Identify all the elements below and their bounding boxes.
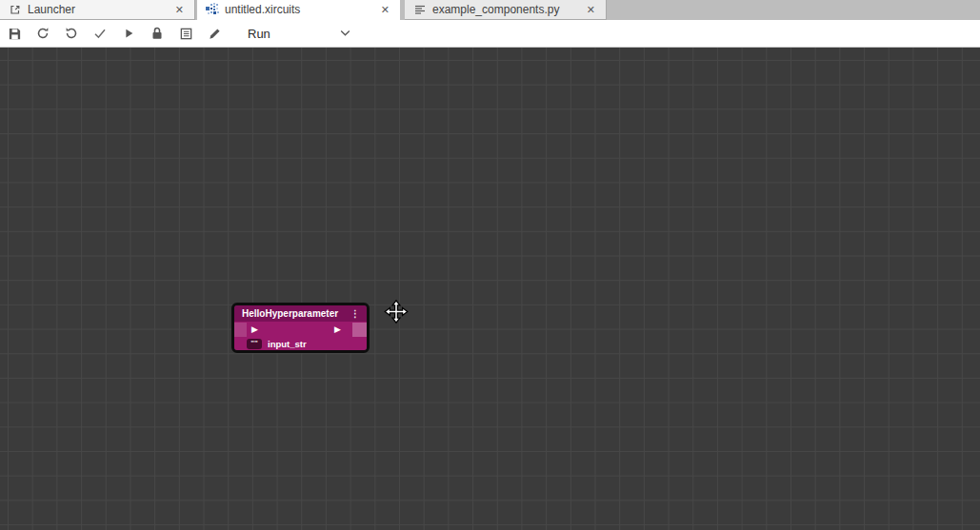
check-button[interactable]: [86, 21, 114, 46]
save-button[interactable]: [0, 21, 29, 46]
log-button[interactable]: [171, 21, 200, 46]
node-title: HelloHyperparameter: [242, 308, 349, 319]
tab-example-components[interactable]: example_components.py ✕: [405, 0, 607, 20]
edit-icon: [208, 27, 222, 41]
parameter-port-label: input_str: [268, 339, 307, 349]
save-icon: [8, 27, 22, 41]
launcher-icon: [9, 3, 22, 16]
run-type-dropdown[interactable]: Run: [244, 22, 358, 45]
kebab-menu-icon[interactable]: ⋮: [349, 309, 362, 319]
node-parameter-row: "" input_str: [234, 338, 367, 350]
tab-launcher[interactable]: Launcher ✕: [0, 0, 195, 20]
out-arrow-icon: ▶: [334, 324, 341, 335]
port-out-flow[interactable]: [352, 323, 367, 337]
lock-icon: [150, 26, 165, 41]
reload-icon: [35, 26, 50, 41]
text-file-icon: [413, 3, 427, 16]
node-body: ▶ ▶ "" input_str: [234, 322, 367, 350]
check-icon: [92, 26, 108, 41]
tab-bar: Launcher ✕ un: [0, 0, 980, 20]
xircuits-toolbar: Run: [0, 20, 980, 48]
undo-button[interactable]: [57, 21, 86, 46]
close-icon[interactable]: ✕: [378, 5, 392, 15]
run-button[interactable]: [114, 21, 143, 46]
port-string-parameter[interactable]: "": [247, 339, 262, 349]
run-type-selected: Run: [248, 27, 270, 41]
close-icon[interactable]: ✕: [172, 5, 187, 15]
lock-button[interactable]: [143, 21, 171, 46]
tab-label: untitled.xircuits: [225, 3, 372, 16]
move-cursor-icon: [384, 299, 409, 324]
edit-button[interactable]: [200, 21, 229, 46]
xircuits-window: Launcher ✕ un: [0, 0, 980, 530]
node-hellohyperparameter[interactable]: HelloHyperparameter ⋮ ▶ ▶ "" input_str: [231, 303, 370, 353]
play-icon: [122, 27, 135, 40]
tab-untitled-xircuits[interactable]: untitled.xircuits ✕: [197, 0, 400, 20]
port-in-flow[interactable]: [234, 323, 247, 337]
chevron-down-icon: [340, 29, 350, 37]
reload-button[interactable]: [29, 21, 57, 46]
tab-label: example_components.py: [432, 3, 578, 16]
xircuits-diagram-canvas[interactable]: HelloHyperparameter ⋮ ▶ ▶ "" input_str: [0, 48, 980, 530]
undo-icon: [64, 26, 79, 41]
in-arrow-icon: ▶: [251, 324, 258, 335]
tab-label: Launcher: [28, 3, 167, 16]
node-flow-ports-row: ▶ ▶: [234, 322, 367, 338]
close-icon[interactable]: ✕: [584, 5, 598, 15]
log-icon: [179, 27, 193, 41]
xircuits-icon: [206, 3, 219, 16]
node-header: HelloHyperparameter ⋮: [234, 305, 367, 322]
